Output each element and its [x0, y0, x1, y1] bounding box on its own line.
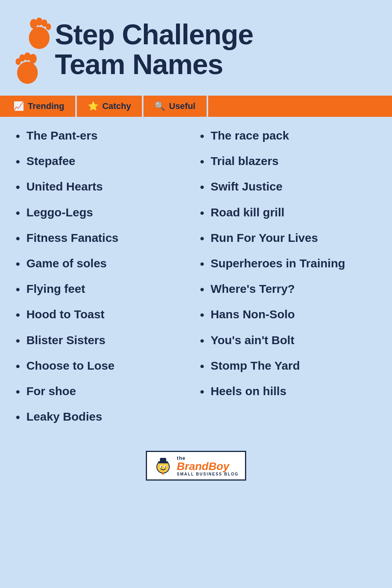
bullet: •	[16, 359, 20, 373]
svg-point-9	[16, 58, 21, 65]
footprints-icon	[16, 16, 43, 84]
item-text: Game of soles	[26, 256, 107, 270]
svg-point-2	[36, 18, 43, 26]
tab-trending[interactable]: 📈 Trending	[2, 96, 77, 117]
bullet: •	[16, 206, 20, 220]
tab-catchy-label: Catchy	[102, 101, 131, 111]
list-item: • Heels on hills	[200, 384, 376, 399]
list-item: • The race pack	[200, 129, 376, 143]
brand-sub: SMALL BUSINESS BLOG	[177, 472, 239, 476]
list-item: • Leggo-Legs	[16, 205, 192, 220]
list-item: • Swift Justice	[200, 180, 376, 194]
item-text: Trial blazers	[211, 154, 278, 168]
list-item: • Trial blazers	[200, 154, 376, 169]
bullet: •	[200, 129, 204, 143]
page-wrapper: Step Challenge Team Names 📈 Trending ⭐ C…	[0, 0, 392, 588]
item-text: Swift Justice	[211, 180, 282, 194]
item-text: You's ain't Bolt	[211, 333, 294, 347]
list-item: • For shoe	[16, 384, 192, 399]
bullet: •	[16, 308, 20, 322]
item-text: The Pant-ers	[26, 129, 98, 143]
footprint-right	[25, 16, 53, 49]
bullet: •	[200, 257, 204, 271]
bullet: •	[200, 206, 204, 220]
list-item: • United Hearts	[16, 180, 192, 194]
bullet: •	[200, 385, 204, 399]
bullet: •	[200, 308, 204, 322]
trending-icon: 📈	[13, 101, 24, 111]
item-text: Choose to Lose	[26, 359, 114, 373]
tab-useful[interactable]: 🔍 Useful	[143, 96, 208, 117]
list-item: • Stomp The Yard	[200, 359, 376, 373]
item-text: Flying feet	[26, 282, 85, 296]
svg-point-5	[17, 62, 38, 84]
tab-bar-end	[208, 96, 392, 117]
item-text: Hood to Toast	[26, 307, 104, 321]
item-text: Stepafee	[26, 154, 75, 168]
brand-text-block: the BrandBoy SMALL BUSINESS BLOG	[177, 455, 239, 476]
brand-logo: the BrandBoy SMALL BUSINESS BLOG	[146, 451, 246, 481]
list-item: • Hood to Toast	[16, 307, 192, 322]
list-item: • The Pant-ers	[16, 129, 192, 143]
title-block: Step Challenge Team Names	[55, 20, 376, 79]
list-item: • Run For Your Lives	[200, 231, 376, 245]
bullet: •	[16, 232, 20, 245]
bullet: •	[16, 283, 20, 296]
tab-catchy[interactable]: ⭐ Catchy	[77, 96, 143, 117]
list-item: • Leaky Bodies	[16, 410, 192, 424]
list-item: • Stepafee	[16, 154, 192, 169]
bullet: •	[200, 232, 204, 245]
item-text: Heels on hills	[211, 384, 286, 398]
brand-name: BrandBoy	[177, 461, 229, 472]
list-item: • Road kill grill	[200, 205, 376, 220]
brand-name-part2: Boy	[209, 460, 229, 472]
bullet: •	[16, 257, 20, 271]
list-item: • Choose to Lose	[16, 359, 192, 373]
item-text: Leggo-Legs	[26, 205, 93, 220]
bullet: •	[200, 359, 204, 373]
list-item: • Flying feet	[16, 282, 192, 296]
list-item: • You's ain't Bolt	[200, 333, 376, 348]
item-text: Fitness Fanatics	[26, 231, 118, 245]
item-text: Where's Terry?	[211, 282, 295, 296]
list-item: • Game of soles	[16, 256, 192, 271]
left-column: • The Pant-ers • Stepafee • United Heart…	[16, 129, 192, 435]
item-text: Hans Non-Solo	[211, 307, 295, 321]
bullet: •	[200, 283, 204, 296]
useful-icon: 🔍	[154, 101, 165, 111]
item-text: Run For Your Lives	[211, 231, 318, 245]
item-text: Road kill grill	[211, 205, 284, 220]
tab-trending-label: Trending	[28, 101, 64, 111]
item-text: For shoe	[26, 384, 76, 398]
list-item: • Where's Terry?	[200, 282, 376, 296]
bullet: •	[16, 410, 20, 424]
svg-point-15	[161, 466, 162, 468]
bullet: •	[200, 180, 204, 194]
bullet: •	[16, 334, 20, 348]
tab-bar: 📈 Trending ⭐ Catchy 🔍 Useful	[0, 96, 392, 117]
list-item: • Blister Sisters	[16, 333, 192, 348]
list-item: • Hans Non-Solo	[200, 307, 376, 322]
svg-rect-18	[162, 472, 164, 474]
list-item: • Superheroes in Training	[200, 256, 376, 271]
bullet: •	[16, 129, 20, 143]
bullet: •	[16, 155, 20, 169]
item-text: Leaky Bodies	[26, 410, 102, 424]
bullet: •	[16, 180, 20, 194]
item-text: United Hearts	[26, 180, 103, 194]
svg-rect-12	[160, 458, 166, 463]
svg-point-4	[46, 24, 51, 30]
item-text: Superheroes in Training	[211, 256, 345, 270]
svg-point-16	[165, 466, 166, 468]
title-line1: Step Challenge	[55, 19, 253, 50]
bullet: •	[200, 155, 204, 169]
brand-name-part1: Brand	[177, 460, 209, 472]
brand-mascot-icon	[153, 456, 173, 475]
svg-point-0	[29, 27, 50, 49]
item-text: Blister Sisters	[26, 333, 105, 347]
list-section: • The Pant-ers • Stepafee • United Heart…	[0, 117, 392, 443]
footer: the BrandBoy SMALL BUSINESS BLOG	[0, 443, 392, 492]
svg-point-7	[24, 53, 31, 61]
right-column: • The race pack • Trial blazers • Swift …	[200, 129, 376, 435]
bullet: •	[200, 334, 204, 348]
